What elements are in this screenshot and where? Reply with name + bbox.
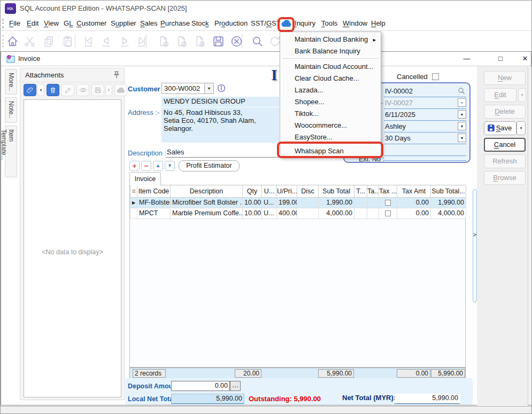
- remove-row-button[interactable]: −: [141, 161, 151, 171]
- edit-menu-arrow-icon[interactable]: ▼: [518, 88, 526, 102]
- terms-dropdown-icon[interactable]: ▼: [458, 134, 466, 142]
- menu-help[interactable]: Help: [371, 17, 385, 30]
- cell-description[interactable]: Microfiber Soft Bolster ...: [171, 197, 243, 208]
- menu-item-lazada[interactable]: Lazada...: [281, 84, 380, 96]
- next-no-row[interactable]: - IV-00027 ▼: [384, 97, 466, 109]
- col-t[interactable]: T...: [354, 185, 367, 197]
- copy-icon[interactable]: [41, 34, 56, 49]
- menu-item-maintain-cloud-banking[interactable]: Maintain Cloud Banking ▸: [281, 34, 380, 45]
- prior-record-icon[interactable]: [98, 34, 113, 49]
- col-unit-price[interactable]: U/Pri...: [277, 185, 297, 197]
- save-menu-arrow-icon[interactable]: ▼: [516, 121, 526, 135]
- col-ta[interactable]: Ta...: [367, 185, 379, 197]
- table-row[interactable]: ▶ MF-Bolster Microfiber Soft Bolster ...…: [130, 197, 466, 208]
- sidebar-tab-more[interactable]: More..: [5, 69, 17, 95]
- cell-tax[interactable]: [379, 197, 397, 208]
- profit-estimator-button[interactable]: Profit Estimator: [179, 160, 240, 171]
- pin-icon[interactable]: [112, 71, 121, 81]
- move-row-up-button[interactable]: ▲: [153, 161, 163, 171]
- cell-uom[interactable]: U...: [262, 208, 277, 218]
- cell-sub-total-tax[interactable]: 4,000.00: [431, 208, 466, 218]
- cell-t[interactable]: [354, 208, 367, 218]
- doc-no-row[interactable]: IV-00002: [384, 85, 466, 97]
- doc-no-search-icon[interactable]: [457, 87, 466, 97]
- cancelled-checkbox[interactable]: [432, 73, 439, 80]
- attachments-list[interactable]: <No data to display>: [24, 99, 121, 397]
- menu-item-bank-balance-inquiry[interactable]: Bank Balance Inquiry: [281, 45, 380, 57]
- cut-icon[interactable]: [22, 34, 37, 49]
- cell-disc[interactable]: [297, 197, 319, 208]
- menu-window[interactable]: Window: [343, 17, 367, 30]
- menu-supplier[interactable]: Supplier: [111, 17, 136, 30]
- col-uom[interactable]: U...: [262, 185, 277, 197]
- delete-button[interactable]: Delete: [484, 105, 526, 119]
- col-sub-total[interactable]: Sub Total: [319, 185, 354, 197]
- save-attachment-menu-arrow-icon[interactable]: ▼: [105, 84, 112, 96]
- maximize-button[interactable]: □: [493, 53, 508, 65]
- terms-row[interactable]: 30 Days ▼: [384, 132, 466, 144]
- minimize-button[interactable]: —: [459, 53, 474, 65]
- save-attachment-icon[interactable]: [91, 84, 104, 96]
- add-record-icon[interactable]: [156, 34, 171, 49]
- edit-button[interactable]: Edit: [484, 88, 516, 102]
- menu-sst-gst[interactable]: SST/GST: [251, 17, 281, 30]
- col-qty[interactable]: Qty: [243, 185, 262, 197]
- new-button[interactable]: New: [484, 71, 526, 85]
- menu-item-shopee[interactable]: Shopee...: [281, 96, 380, 108]
- menu-item-maintain-cloud-account[interactable]: Maintain Cloud Account...: [281, 61, 380, 73]
- cell-sub-total[interactable]: 1,990.00: [319, 197, 354, 208]
- menu-stock[interactable]: Stock: [191, 17, 209, 30]
- tab-invoice[interactable]: Invoice: [129, 172, 161, 185]
- menubar-grip[interactable]: [2, 19, 4, 28]
- edit-record-icon[interactable]: [174, 34, 189, 49]
- menu-tools[interactable]: Tools: [321, 17, 337, 30]
- col-tax[interactable]: Tax ...: [379, 185, 397, 197]
- customer-dropdown-icon[interactable]: ▼: [204, 83, 213, 93]
- customer-combobox[interactable]: 300-W0002 ▼: [161, 83, 214, 94]
- cell-tax[interactable]: [379, 208, 397, 218]
- cell-tax-amt[interactable]: 0.00: [397, 208, 431, 218]
- cell-uom[interactable]: U...: [262, 197, 277, 208]
- table-row[interactable]: MPCT Marble Premium Coffe... 10.00 U... …: [130, 208, 466, 218]
- col-item-code[interactable]: Item Code: [137, 185, 171, 197]
- cell-disc[interactable]: [297, 208, 319, 218]
- panel-splitter[interactable]: >: [473, 189, 477, 302]
- menu-item-clear-cloud-cache[interactable]: Clear Cloud Cache...: [281, 73, 380, 84]
- menu-edit[interactable]: Edit: [27, 17, 38, 30]
- menu-purchase[interactable]: Purchase: [160, 17, 190, 30]
- add-row-button[interactable]: +: [129, 161, 140, 171]
- col-disc[interactable]: Disc: [297, 185, 319, 197]
- date-row[interactable]: 6/11/2025 ▼: [384, 109, 466, 121]
- col-description[interactable]: Description: [171, 185, 243, 197]
- cell-qty[interactable]: 10.00: [243, 197, 262, 208]
- menu-view[interactable]: View: [44, 17, 59, 30]
- menu-sales[interactable]: Sales: [140, 17, 158, 30]
- next-no-dropdown-icon[interactable]: ▼: [458, 98, 466, 107]
- cell-unit-price[interactable]: 199.00: [277, 197, 297, 208]
- save-icon[interactable]: [211, 34, 226, 49]
- column-chooser-icon[interactable]: ≡: [130, 185, 137, 197]
- cell-sub-total-tax[interactable]: 1,990.00: [431, 197, 466, 208]
- attach-menu-arrow-icon[interactable]: ▼: [37, 84, 44, 96]
- tax-checkbox[interactable]: [385, 210, 391, 216]
- home-icon[interactable]: [5, 34, 20, 49]
- first-record-icon[interactable]: [81, 34, 96, 49]
- next-record-icon[interactable]: [117, 34, 132, 49]
- delete-record-icon[interactable]: [192, 34, 207, 49]
- agent-row[interactable]: Ashley ▼: [384, 121, 466, 132]
- cell-ta[interactable]: [367, 208, 379, 218]
- menu-customer[interactable]: Customer: [76, 17, 106, 30]
- cell-item-code[interactable]: MF-Bolster: [137, 197, 171, 208]
- cell-sub-total[interactable]: 4,000.00: [319, 208, 354, 218]
- preview-attachment-icon[interactable]: [76, 84, 89, 96]
- col-sub-total-tax[interactable]: Sub Total...: [431, 185, 466, 197]
- browse-button[interactable]: Browse: [484, 171, 526, 185]
- cell-description[interactable]: Marble Premium Coffe...: [171, 208, 243, 218]
- cancel-button[interactable]: Cancel: [484, 138, 526, 152]
- tax-checkbox[interactable]: [385, 200, 391, 206]
- deposit-amount-input[interactable]: 0.00: [171, 381, 230, 391]
- date-dropdown-icon[interactable]: ▼: [458, 110, 466, 119]
- menu-file[interactable]: File: [9, 17, 20, 30]
- sidebar-tab-item-template[interactable]: Item Template...: [5, 126, 17, 177]
- menu-item-tiktok[interactable]: Tiktok...: [281, 108, 380, 120]
